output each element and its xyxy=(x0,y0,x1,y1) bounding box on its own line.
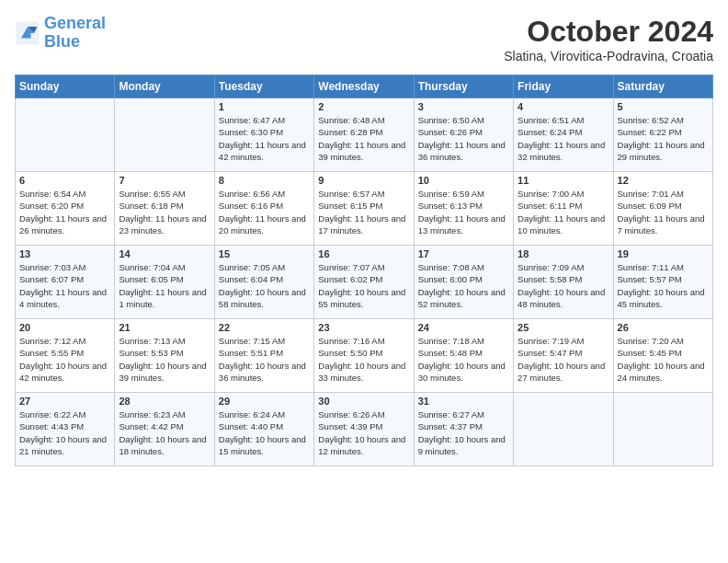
calendar-cell: 29Sunrise: 6:24 AM Sunset: 4:40 PM Dayli… xyxy=(214,393,313,466)
day-number: 26 xyxy=(618,322,709,333)
calendar-cell: 9Sunrise: 6:57 AM Sunset: 6:15 PM Daylig… xyxy=(314,172,414,246)
calendar-cell: 19Sunrise: 7:11 AM Sunset: 5:57 PM Dayli… xyxy=(613,246,712,319)
header-row: SundayMondayTuesdayWednesdayThursdayFrid… xyxy=(16,75,713,98)
calendar-cell xyxy=(613,393,712,466)
calendar-cell: 7Sunrise: 6:55 AM Sunset: 6:18 PM Daylig… xyxy=(115,172,214,246)
calendar-cell: 12Sunrise: 7:01 AM Sunset: 6:09 PM Dayli… xyxy=(613,172,712,246)
calendar-cell: 28Sunrise: 6:23 AM Sunset: 4:42 PM Dayli… xyxy=(115,393,214,466)
day-number: 10 xyxy=(418,175,509,186)
day-info: Sunrise: 6:27 AM Sunset: 4:37 PM Dayligh… xyxy=(418,408,509,457)
day-number: 21 xyxy=(119,322,210,333)
day-info: Sunrise: 7:13 AM Sunset: 5:53 PM Dayligh… xyxy=(119,335,210,384)
day-info: Sunrise: 6:22 AM Sunset: 4:43 PM Dayligh… xyxy=(19,408,110,457)
day-number: 15 xyxy=(219,248,310,259)
day-number: 2 xyxy=(318,101,409,112)
calendar-cell: 18Sunrise: 7:09 AM Sunset: 5:58 PM Dayli… xyxy=(514,246,613,319)
calendar-week-3: 13Sunrise: 7:03 AM Sunset: 6:07 PM Dayli… xyxy=(16,246,713,319)
calendar-week-1: 1Sunrise: 6:47 AM Sunset: 6:30 PM Daylig… xyxy=(16,98,713,172)
calendar-cell: 26Sunrise: 7:20 AM Sunset: 5:45 PM Dayli… xyxy=(613,319,712,393)
calendar-cell: 8Sunrise: 6:56 AM Sunset: 6:16 PM Daylig… xyxy=(214,172,313,246)
day-info: Sunrise: 7:05 AM Sunset: 6:04 PM Dayligh… xyxy=(219,261,310,310)
day-number: 1 xyxy=(219,101,310,112)
calendar-cell: 11Sunrise: 7:00 AM Sunset: 6:11 PM Dayli… xyxy=(514,172,613,246)
day-number: 23 xyxy=(318,322,409,333)
day-info: Sunrise: 7:07 AM Sunset: 6:02 PM Dayligh… xyxy=(318,261,409,310)
day-info: Sunrise: 6:57 AM Sunset: 6:15 PM Dayligh… xyxy=(318,188,409,236)
day-number: 14 xyxy=(119,248,210,259)
day-info: Sunrise: 6:23 AM Sunset: 4:42 PM Dayligh… xyxy=(119,408,210,457)
day-number: 7 xyxy=(119,175,210,186)
day-info: Sunrise: 7:16 AM Sunset: 5:50 PM Dayligh… xyxy=(318,335,409,384)
calendar-cell xyxy=(16,98,115,172)
col-header-sunday: Sunday xyxy=(16,75,115,98)
title-block: October 2024 Slatina, Virovitica-Podravi… xyxy=(504,15,713,63)
calendar-cell: 16Sunrise: 7:07 AM Sunset: 6:02 PM Dayli… xyxy=(314,246,414,319)
calendar-week-5: 27Sunrise: 6:22 AM Sunset: 4:43 PM Dayli… xyxy=(16,393,713,466)
day-info: Sunrise: 6:48 AM Sunset: 6:28 PM Dayligh… xyxy=(318,114,409,163)
calendar-cell: 6Sunrise: 6:54 AM Sunset: 6:20 PM Daylig… xyxy=(16,172,115,246)
calendar-cell xyxy=(514,393,613,466)
day-info: Sunrise: 7:11 AM Sunset: 5:57 PM Dayligh… xyxy=(618,261,709,310)
day-number: 31 xyxy=(418,396,509,407)
calendar-cell: 14Sunrise: 7:04 AM Sunset: 6:05 PM Dayli… xyxy=(115,246,214,319)
day-number: 3 xyxy=(418,101,509,112)
day-info: Sunrise: 6:55 AM Sunset: 6:18 PM Dayligh… xyxy=(119,188,210,236)
calendar-cell: 10Sunrise: 6:59 AM Sunset: 6:13 PM Dayli… xyxy=(414,172,513,246)
calendar-cell: 3Sunrise: 6:50 AM Sunset: 6:26 PM Daylig… xyxy=(414,98,513,172)
day-number: 28 xyxy=(119,396,210,407)
day-number: 30 xyxy=(318,396,409,407)
day-info: Sunrise: 7:00 AM Sunset: 6:11 PM Dayligh… xyxy=(518,188,609,236)
day-info: Sunrise: 7:08 AM Sunset: 6:00 PM Dayligh… xyxy=(418,261,509,310)
day-info: Sunrise: 6:54 AM Sunset: 6:20 PM Dayligh… xyxy=(19,188,110,236)
day-info: Sunrise: 7:18 AM Sunset: 5:48 PM Dayligh… xyxy=(418,335,509,384)
calendar-cell: 30Sunrise: 6:26 AM Sunset: 4:39 PM Dayli… xyxy=(314,393,414,466)
day-number: 27 xyxy=(19,396,110,407)
day-info: Sunrise: 6:56 AM Sunset: 6:16 PM Dayligh… xyxy=(219,188,310,236)
day-info: Sunrise: 6:50 AM Sunset: 6:26 PM Dayligh… xyxy=(418,114,509,163)
day-info: Sunrise: 7:01 AM Sunset: 6:09 PM Dayligh… xyxy=(618,188,709,236)
page-header: General Blue October 2024 Slatina, Virov… xyxy=(15,15,713,63)
day-info: Sunrise: 7:12 AM Sunset: 5:55 PM Dayligh… xyxy=(19,335,110,384)
day-number: 25 xyxy=(518,322,609,333)
col-header-saturday: Saturday xyxy=(613,75,712,98)
calendar-cell xyxy=(115,98,214,172)
day-info: Sunrise: 6:26 AM Sunset: 4:39 PM Dayligh… xyxy=(318,408,409,457)
day-number: 22 xyxy=(219,322,310,333)
day-number: 29 xyxy=(219,396,310,407)
day-number: 17 xyxy=(418,248,509,259)
calendar-cell: 25Sunrise: 7:19 AM Sunset: 5:47 PM Dayli… xyxy=(514,319,613,393)
calendar-cell: 21Sunrise: 7:13 AM Sunset: 5:53 PM Dayli… xyxy=(115,319,214,393)
day-number: 16 xyxy=(318,248,409,259)
day-number: 8 xyxy=(219,175,310,186)
col-header-tuesday: Tuesday xyxy=(214,75,313,98)
day-number: 20 xyxy=(19,322,110,333)
calendar-cell: 13Sunrise: 7:03 AM Sunset: 6:07 PM Dayli… xyxy=(16,246,115,319)
calendar-cell: 1Sunrise: 6:47 AM Sunset: 6:30 PM Daylig… xyxy=(214,98,313,172)
day-info: Sunrise: 6:51 AM Sunset: 6:24 PM Dayligh… xyxy=(518,114,609,163)
day-number: 13 xyxy=(19,248,110,259)
calendar-cell: 4Sunrise: 6:51 AM Sunset: 6:24 PM Daylig… xyxy=(514,98,613,172)
calendar-week-4: 20Sunrise: 7:12 AM Sunset: 5:55 PM Dayli… xyxy=(16,319,713,393)
calendar-week-2: 6Sunrise: 6:54 AM Sunset: 6:20 PM Daylig… xyxy=(16,172,713,246)
day-number: 11 xyxy=(518,175,609,186)
day-number: 19 xyxy=(618,248,709,259)
logo-general: General xyxy=(44,15,106,33)
day-number: 5 xyxy=(618,101,709,112)
day-info: Sunrise: 6:52 AM Sunset: 6:22 PM Dayligh… xyxy=(618,114,709,163)
col-header-monday: Monday xyxy=(115,75,214,98)
calendar-cell: 5Sunrise: 6:52 AM Sunset: 6:22 PM Daylig… xyxy=(613,98,712,172)
calendar-table: SundayMondayTuesdayWednesdayThursdayFrid… xyxy=(15,75,713,466)
calendar-cell: 23Sunrise: 7:16 AM Sunset: 5:50 PM Dayli… xyxy=(314,319,414,393)
day-info: Sunrise: 7:15 AM Sunset: 5:51 PM Dayligh… xyxy=(219,335,310,384)
calendar-cell: 24Sunrise: 7:18 AM Sunset: 5:48 PM Dayli… xyxy=(414,319,513,393)
col-header-wednesday: Wednesday xyxy=(314,75,414,98)
day-info: Sunrise: 7:20 AM Sunset: 5:45 PM Dayligh… xyxy=(618,335,709,384)
day-info: Sunrise: 6:59 AM Sunset: 6:13 PM Dayligh… xyxy=(418,188,509,236)
day-info: Sunrise: 7:04 AM Sunset: 6:05 PM Dayligh… xyxy=(119,261,210,310)
day-info: Sunrise: 6:47 AM Sunset: 6:30 PM Dayligh… xyxy=(219,114,310,163)
day-number: 6 xyxy=(19,175,110,186)
day-number: 9 xyxy=(318,175,409,186)
day-info: Sunrise: 6:24 AM Sunset: 4:40 PM Dayligh… xyxy=(219,408,310,457)
logo: General Blue xyxy=(15,15,106,52)
day-number: 12 xyxy=(618,175,709,186)
